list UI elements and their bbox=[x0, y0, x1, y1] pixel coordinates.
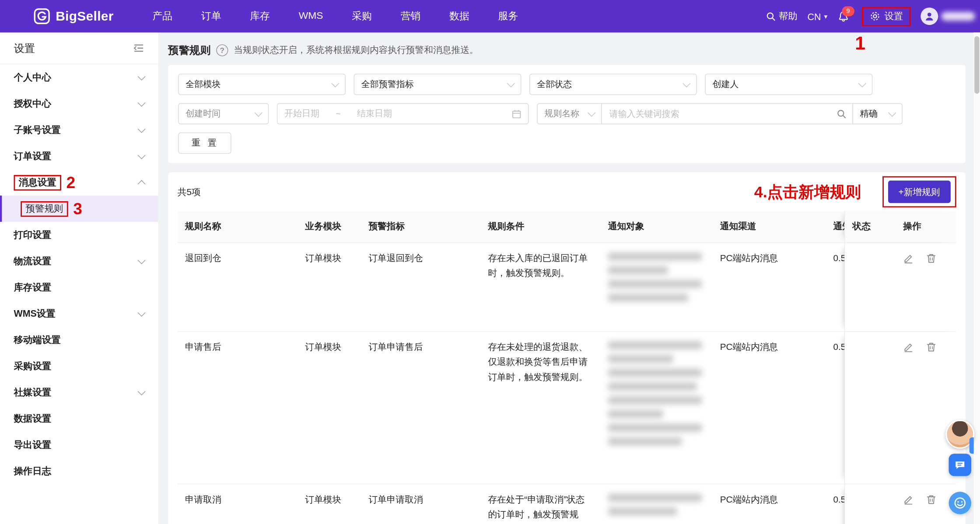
navbar-right: 帮助 CN ▾ 9 设置 bbox=[766, 7, 975, 26]
total-count: 共5项 bbox=[178, 186, 201, 198]
sidebar-item-print-settings[interactable]: 打印设置 bbox=[0, 222, 158, 248]
menu-item-services[interactable]: 服务 bbox=[498, 10, 518, 23]
cell-notify-target-redacted bbox=[601, 243, 713, 331]
sidebar-item-data-settings[interactable]: 数据设置 bbox=[0, 405, 158, 432]
sidebar-item-alert-rules[interactable]: 预警规则 3 bbox=[0, 196, 158, 222]
cell-module: 订单模块 bbox=[298, 484, 361, 524]
sidebar-item-logistics-settings[interactable]: 物流设置 bbox=[0, 248, 158, 274]
search-field-select[interactable]: 规则名称 bbox=[537, 103, 602, 125]
status-filter-value: 全部状态 bbox=[537, 79, 572, 90]
sidebar-item-label: 移动端设置 bbox=[14, 334, 60, 346]
delete-icon[interactable] bbox=[926, 342, 936, 357]
sidebar-item-personal-center[interactable]: 个人中心 bbox=[0, 64, 158, 91]
sidebar-item-authorization-center[interactable]: 授权中心 bbox=[0, 91, 158, 117]
creator-filter-value: 创建人 bbox=[713, 79, 739, 90]
col-header-rule-name: 规则名称 bbox=[178, 211, 298, 242]
menu-item-inventory[interactable]: 库存 bbox=[250, 10, 270, 23]
helpdesk-widget-button[interactable] bbox=[949, 492, 971, 514]
calendar-icon bbox=[512, 109, 521, 118]
delete-icon[interactable] bbox=[926, 253, 936, 269]
time-type-value: 创建时间 bbox=[186, 108, 220, 119]
help-button[interactable]: 帮助 bbox=[766, 10, 797, 22]
bigseller-logo-icon bbox=[34, 8, 50, 24]
chevron-down-icon bbox=[507, 80, 515, 87]
language-switcher[interactable]: CN ▾ bbox=[807, 11, 827, 21]
sidebar-item-export-settings[interactable]: 导出设置 bbox=[0, 432, 158, 458]
main-menu: 产品 订单 库存 WMS 采购 营销 数据 服务 bbox=[152, 10, 518, 23]
keyword-search bbox=[601, 103, 853, 125]
chevron-down-icon bbox=[137, 125, 145, 133]
indicator-filter-select[interactable]: 全部预警指标 bbox=[354, 74, 522, 95]
sidebar-item-label: 库存设置 bbox=[14, 282, 51, 293]
chevron-down-icon bbox=[255, 109, 262, 117]
delete-icon[interactable] bbox=[926, 494, 936, 510]
sidebar-item-label: 打印设置 bbox=[14, 229, 51, 241]
module-filter-select[interactable]: 全部模块 bbox=[178, 74, 346, 95]
notifications-button[interactable]: 9 bbox=[837, 10, 849, 22]
sidebar-item-label: 数据设置 bbox=[14, 413, 51, 425]
status-filter-select[interactable]: 全部状态 bbox=[529, 74, 697, 95]
chevron-down-icon bbox=[858, 80, 866, 87]
time-type-select[interactable]: 创建时间 bbox=[178, 103, 269, 125]
match-mode-select[interactable]: 精确 bbox=[853, 103, 903, 125]
annotation-step1: 1 bbox=[855, 32, 865, 54]
side-pull-tab[interactable] bbox=[970, 437, 974, 454]
chat-widget-button[interactable] bbox=[949, 454, 971, 476]
sidebar-item-operation-log[interactable]: 操作日志 bbox=[0, 458, 158, 484]
sidebar-title: 设置 bbox=[14, 41, 35, 56]
chevron-down-icon: ▾ bbox=[824, 12, 828, 21]
annotation-step4: 4.点击新增规则 bbox=[754, 182, 861, 202]
cell-channel: PC端站内消息 bbox=[713, 332, 833, 483]
col-header-notify-time: 通知时间 bbox=[833, 211, 844, 242]
menu-item-products[interactable]: 产品 bbox=[152, 10, 172, 23]
cell-condition: 存在未处理的退货退款、仅退款和换货等售后申请订单时，触发预警规则。 bbox=[480, 332, 600, 483]
menu-item-marketing[interactable]: 营销 bbox=[401, 10, 421, 23]
page-title: 预警规则 bbox=[168, 43, 210, 58]
sidebar-item-purchase-settings[interactable]: 采购设置 bbox=[0, 353, 158, 379]
question-circle-icon[interactable]: ? bbox=[216, 44, 228, 56]
annotation-box-step4: +新增规则 bbox=[882, 176, 956, 207]
sidebar-item-order-settings[interactable]: 订单设置 bbox=[0, 143, 158, 169]
cell-notify-target-redacted bbox=[601, 332, 713, 483]
reset-button[interactable]: 重 置 bbox=[178, 133, 231, 154]
edit-icon[interactable] bbox=[903, 342, 914, 357]
settings-button[interactable]: 设置 bbox=[862, 7, 910, 26]
menu-item-data[interactable]: 数据 bbox=[449, 10, 469, 23]
search-help-icon bbox=[766, 11, 775, 21]
sidebar-item-label: 订单设置 bbox=[14, 150, 51, 162]
collapse-sidebar-icon[interactable] bbox=[133, 43, 144, 53]
add-rule-button[interactable]: +新增规则 bbox=[888, 181, 951, 203]
chevron-down-icon bbox=[588, 109, 595, 117]
search-icon[interactable] bbox=[837, 109, 846, 118]
user-account[interactable] bbox=[920, 7, 975, 25]
date-range-picker[interactable]: 开始日期 ~ 结束日期 bbox=[277, 103, 529, 125]
date-end-placeholder: 结束日期 bbox=[357, 108, 392, 119]
sidebar-item-inventory-settings[interactable]: 库存设置 bbox=[0, 274, 158, 300]
cell-notify-target-redacted bbox=[601, 484, 713, 524]
edit-icon[interactable] bbox=[903, 494, 914, 510]
chevron-down-icon bbox=[137, 309, 145, 317]
menu-item-wms[interactable]: WMS bbox=[299, 10, 323, 23]
sidebar-item-social-settings[interactable]: 社媒设置 bbox=[0, 379, 158, 405]
cell-indicator: 订单申请取消 bbox=[361, 484, 480, 524]
sidebar-item-subaccount-settings[interactable]: 子账号设置 bbox=[0, 117, 158, 143]
cell-channel: PC端站内消息 bbox=[713, 243, 833, 331]
rules-table-panel: 共5项 4.点击新增规则 +新增规则 规则名称 业务模块 预警指标 规则条件 通… bbox=[168, 172, 966, 524]
sidebar-item-mobile-settings[interactable]: 移动端设置 bbox=[0, 327, 158, 353]
cell-indicator: 订单退回到仓 bbox=[361, 243, 480, 331]
match-mode-value: 精确 bbox=[860, 108, 878, 119]
sidebar-item-message-settings[interactable]: 消息设置 2 bbox=[0, 169, 158, 196]
chevron-down-icon bbox=[331, 80, 339, 87]
edit-icon[interactable] bbox=[903, 253, 914, 269]
menu-item-orders[interactable]: 订单 bbox=[201, 10, 221, 23]
scrollbar-thumb[interactable] bbox=[974, 36, 979, 94]
creator-filter-select[interactable]: 创建人 bbox=[705, 74, 872, 95]
keyword-search-input[interactable] bbox=[608, 108, 837, 119]
vertical-scrollbar[interactable] bbox=[974, 32, 980, 524]
cell-indicator: 订单申请售后 bbox=[361, 332, 480, 483]
sidebar-item-label: 消息设置 bbox=[19, 177, 56, 187]
brand-logo[interactable]: BigSeller bbox=[34, 8, 114, 24]
sidebar-item-wms-settings[interactable]: WMS设置 bbox=[0, 300, 158, 327]
menu-item-purchase[interactable]: 采购 bbox=[352, 10, 372, 23]
help-label: 帮助 bbox=[779, 10, 798, 22]
